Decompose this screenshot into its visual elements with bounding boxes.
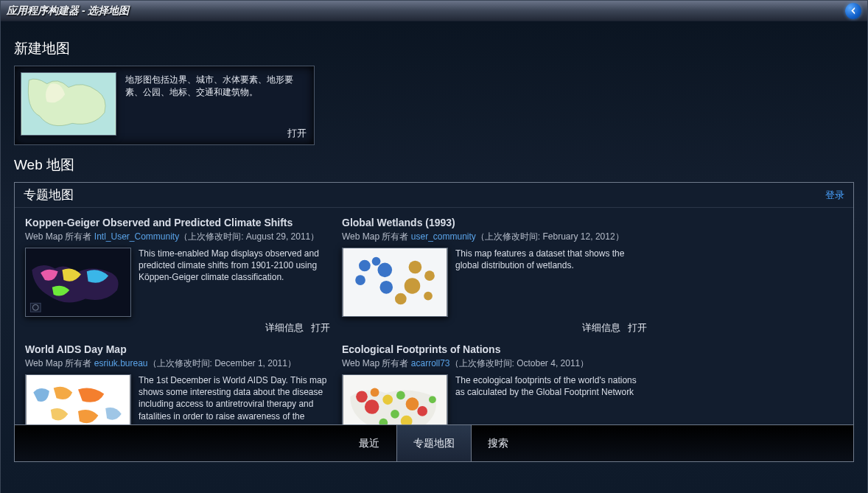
map-item-body: This map features a dataset that shows t… xyxy=(342,248,647,317)
details-link[interactable]: 详细信息 xyxy=(265,322,304,333)
map-item-meta: Web Map 所有者 esriuk.bureau（上次修改时间: Decemb… xyxy=(25,357,330,370)
map-item-body: The 1st December is World AIDS Day. This… xyxy=(25,374,330,424)
panel-header: 专题地图 登录 xyxy=(15,183,853,208)
map-item: Ecological Footprints of NationsWeb Map … xyxy=(342,343,647,424)
map-item-meta: Web Map 所有者 user_community（上次修改时间: Febru… xyxy=(342,231,647,243)
svg-point-11 xyxy=(424,270,435,281)
map-item-thumbnail[interactable] xyxy=(342,374,448,424)
back-button[interactable] xyxy=(845,3,861,19)
open-link[interactable]: 打开 xyxy=(628,322,647,333)
svg-point-23 xyxy=(391,410,399,419)
svg-point-9 xyxy=(379,281,393,294)
map-item-owner[interactable]: acarroll73 xyxy=(411,358,450,368)
new-map-open-link[interactable]: 打开 xyxy=(287,127,307,140)
map-item-title[interactable]: World AIDS Day Map xyxy=(25,343,330,355)
svg-point-13 xyxy=(395,293,407,305)
open-link[interactable]: 打开 xyxy=(311,322,330,333)
map-item-meta: Web Map 所有者 acarroll73（上次修改时间: October 4… xyxy=(342,357,647,370)
title-bar: 应用程序构建器 - 选择地图 xyxy=(1,1,867,21)
map-item-actions: 详细信息打开 xyxy=(25,321,330,335)
map-item-body: This time-enabled Map displays observed … xyxy=(25,248,330,317)
map-item-thumbnail[interactable] xyxy=(25,248,131,317)
new-map-description: 地形图包括边界、城市、水体要素、地形要素、公园、地标、交通和建筑物。 xyxy=(116,72,308,139)
map-item-actions: 详细信息打开 xyxy=(342,321,647,335)
tab-recent[interactable]: 最近 xyxy=(343,425,396,461)
map-item-description: This map features a dataset that shows t… xyxy=(448,248,647,317)
map-item: Global Wetlands (1993)Web Map 所有者 user_c… xyxy=(342,217,647,335)
map-item-owner[interactable]: esriuk.bureau xyxy=(94,358,148,368)
svg-point-10 xyxy=(409,261,422,274)
svg-point-14 xyxy=(424,292,433,301)
login-link[interactable]: 登录 xyxy=(825,189,844,202)
svg-point-17 xyxy=(356,391,368,403)
map-list[interactable]: Koppen-Geiger Observed and Predicted Cli… xyxy=(15,208,853,424)
arrow-left-icon xyxy=(849,6,858,15)
map-item-meta: Web Map 所有者 Intl_User_Community（上次修改时间: … xyxy=(25,231,330,243)
tab-bar: 最近 专题地图 搜索 xyxy=(15,424,853,461)
svg-point-18 xyxy=(371,388,379,397)
svg-point-12 xyxy=(405,278,421,294)
new-map-heading: 新建地图 xyxy=(14,39,854,58)
map-item-description: The ecological footprints of the world's… xyxy=(448,374,647,424)
svg-point-24 xyxy=(417,406,427,416)
svg-point-8 xyxy=(355,275,365,285)
map-item: World AIDS Day MapWeb Map 所有者 esriuk.bur… xyxy=(25,343,330,424)
map-item-title[interactable]: Koppen-Geiger Observed and Predicted Cli… xyxy=(25,217,330,228)
svg-point-20 xyxy=(382,394,393,405)
details-link[interactable]: 详细信息 xyxy=(582,322,620,333)
map-item-body: The ecological footprints of the world's… xyxy=(342,374,647,424)
svg-point-5 xyxy=(359,260,371,272)
web-map-panel: 专题地图 登录 Koppen-Geiger Observed and Predi… xyxy=(14,182,854,462)
map-item: Koppen-Geiger Observed and Predicted Cli… xyxy=(25,217,330,335)
new-map-card[interactable]: 地形图包括边界、城市、水体要素、地形要素、公园、地标、交通和建筑物。 打开 xyxy=(14,66,315,145)
app-window: 应用程序构建器 - 选择地图 新建地图 地形图包括边界、城市、水体要素、地形要素… xyxy=(0,0,868,493)
tab-featured[interactable]: 专题地图 xyxy=(396,425,472,461)
map-item-thumbnail[interactable] xyxy=(25,374,131,424)
map-item-title[interactable]: Global Wetlands (1993) xyxy=(342,217,647,228)
new-map-thumbnail xyxy=(21,72,116,136)
panel-heading-label: 专题地图 xyxy=(24,186,74,203)
map-item-owner[interactable]: user_community xyxy=(411,231,476,242)
svg-point-19 xyxy=(365,399,379,414)
svg-point-27 xyxy=(429,396,436,403)
window-title: 应用程序构建器 - 选择地图 xyxy=(7,4,129,18)
map-item-description: The 1st December is World AIDS Day. This… xyxy=(131,374,330,424)
svg-point-6 xyxy=(372,257,381,266)
svg-point-7 xyxy=(378,263,393,278)
svg-point-21 xyxy=(396,391,405,400)
web-map-heading: Web 地图 xyxy=(14,155,854,175)
content-area: 新建地图 地形图包括边界、城市、水体要素、地形要素、公园、地标、交通和建筑物。 … xyxy=(1,21,867,493)
map-item-owner[interactable]: Intl_User_Community xyxy=(94,231,179,242)
map-item-thumbnail[interactable] xyxy=(342,248,448,317)
map-item-description: This time-enabled Map displays observed … xyxy=(131,248,330,317)
svg-point-22 xyxy=(406,397,419,410)
map-item-title[interactable]: Ecological Footprints of Nations xyxy=(342,343,647,355)
tab-search[interactable]: 搜索 xyxy=(472,425,525,461)
